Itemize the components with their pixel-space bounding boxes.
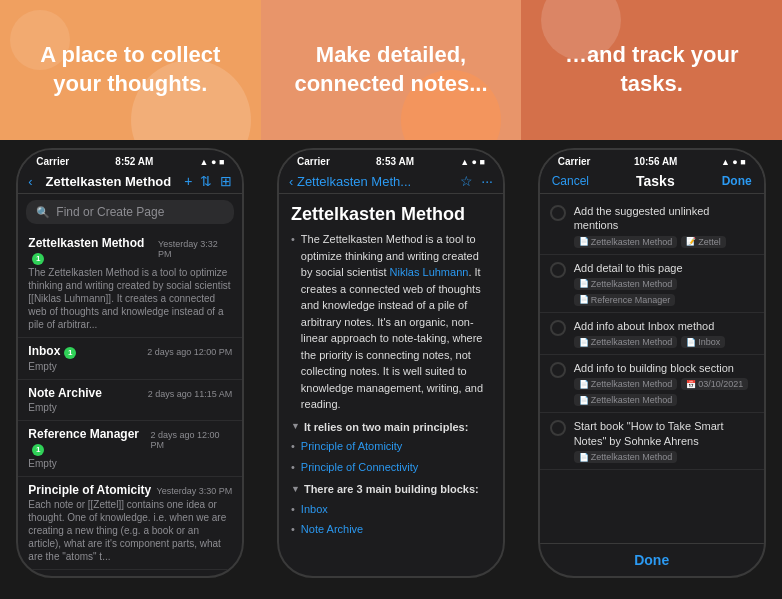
task-tag: 📄Inbox <box>681 336 725 348</box>
task-tags: 📄Zettelkasten Method📝Zettel <box>574 236 754 248</box>
badge: 1 <box>32 444 44 456</box>
done-button-bottom[interactable]: Done <box>634 552 669 568</box>
note-title: Note Archive <box>28 386 102 400</box>
niklas-link[interactable]: Niklas Luhmann <box>390 266 469 278</box>
done-button-top[interactable]: Done <box>722 174 752 188</box>
task-item[interactable]: Add detail to this page 📄Zettelkasten Me… <box>540 255 764 313</box>
note-detail-header: ‹ Zettelkasten Meth... ☆ ··· <box>279 169 503 194</box>
task-checkbox[interactable] <box>550 320 566 336</box>
task-checkbox[interactable] <box>550 362 566 378</box>
note-date: 2 days ago 12:00 PM <box>150 430 232 450</box>
carrier-3: Carrier <box>558 156 591 167</box>
back-button-2[interactable]: ‹ Zettelkasten Meth... <box>289 174 411 189</box>
back-label-2: ‹ Zettelkasten Meth... <box>289 174 411 189</box>
task-text: Add info to building block section <box>574 361 754 375</box>
banner-section-1: A place to collect your thoughts. <box>0 0 261 140</box>
status-bar-1: Carrier 8:52 AM ▲ ● ■ <box>18 150 242 169</box>
badge: 1 <box>32 253 44 265</box>
note-title: Zettelkasten Method1 <box>28 236 158 265</box>
task-item[interactable]: Start book "How to Take Smart Notes" by … <box>540 413 764 470</box>
task-tag: 📄Zettelkasten Method <box>574 236 678 248</box>
inbox-link-item: Inbox <box>291 501 491 518</box>
tasks-footer: Done <box>540 543 764 576</box>
task-tags: 📄Zettelkasten Method📄Inbox <box>574 336 754 348</box>
tag-icon: 📄 <box>579 453 589 462</box>
task-text: Add info about Inbox method <box>574 319 754 333</box>
banner-section-2: Make detailed, connected notes... <box>261 0 522 140</box>
tag-icon: 📄 <box>579 338 589 347</box>
task-tag: 📝Zettel <box>681 236 726 248</box>
banner-section-3: …and track your tasks. <box>521 0 782 140</box>
note-date: Yesterday 3:32 PM <box>158 239 232 259</box>
chevron-icon-1: ▼ <box>291 420 300 434</box>
note-item[interactable]: Principle of Atomicity Yesterday 3:30 PM… <box>18 477 242 570</box>
phones-container: Carrier 8:52 AM ▲ ● ■ ‹ Zettelkasten Met… <box>0 140 782 599</box>
phone-1: Carrier 8:52 AM ▲ ● ■ ‹ Zettelkasten Met… <box>16 148 244 578</box>
note-item[interactable]: Inbox1 2 days ago 12:00 PM Empty <box>18 338 242 380</box>
task-text: Start book "How to Take Smart Notes" by … <box>574 419 754 448</box>
nav-actions-2: ☆ ··· <box>460 173 493 189</box>
task-content: Add the suggested unlinked mentions 📄Zet… <box>574 204 754 248</box>
tasks-nav: Cancel Tasks Done <box>540 169 764 194</box>
banner-text-3: …and track your tasks. <box>521 41 782 98</box>
task-checkbox[interactable] <box>550 205 566 221</box>
chevron-icon-2: ▼ <box>291 483 300 497</box>
task-tags: 📄Zettelkasten Method📅03/10/2021📄Zettelka… <box>574 378 754 406</box>
task-text: Add the suggested unlinked mentions <box>574 204 754 233</box>
note-preview: The Zettelkasten Method is a tool to opt… <box>28 266 232 331</box>
task-item[interactable]: Add info about Inbox method 📄Zettelkaste… <box>540 313 764 355</box>
search-placeholder-1: Find or Create Page <box>56 205 164 219</box>
section-header-1: ▼ It relies on two main principles: <box>291 419 491 436</box>
note-item[interactable]: Reference Manager1 2 days ago 12:00 PM E… <box>18 421 242 477</box>
time-2: 8:53 AM <box>376 156 414 167</box>
principle-connectivity: Principle of Connectivity <box>291 459 491 476</box>
task-item[interactable]: Add the suggested unlinked mentions 📄Zet… <box>540 198 764 255</box>
tag-icon: 📄 <box>579 279 589 288</box>
task-checkbox[interactable] <box>550 420 566 436</box>
task-item[interactable]: Add info to building block section 📄Zett… <box>540 355 764 413</box>
task-checkbox[interactable] <box>550 262 566 278</box>
tag-icon: 📅 <box>686 380 696 389</box>
status-bar-3: Carrier 10:56 AM ▲ ● ■ <box>540 150 764 169</box>
tag-icon: 📄 <box>579 396 589 405</box>
task-content: Add info to building block section 📄Zett… <box>574 361 754 406</box>
task-tag: 📄Zettelkasten Method <box>574 378 678 390</box>
cancel-button[interactable]: Cancel <box>552 174 589 188</box>
phone-3-wrapper: Carrier 10:56 AM ▲ ● ■ Cancel Tasks Done… <box>521 140 782 599</box>
note-body: The Zettelkasten Method is a tool to opt… <box>279 231 503 576</box>
battery-1: ▲ ● ■ <box>200 157 225 167</box>
note-title: Principle of Atomicity <box>28 483 151 497</box>
note-archive-link[interactable]: Note Archive <box>301 521 363 538</box>
nav-actions-1: + ⇅ ⊞ <box>184 173 232 189</box>
star-icon[interactable]: ☆ <box>460 173 473 189</box>
note-title-large: Zettelkasten Method <box>279 194 503 231</box>
search-bar-1[interactable]: 🔍 Find or Create Page <box>26 200 234 224</box>
time-1: 8:52 AM <box>115 156 153 167</box>
grid-icon-1[interactable]: ⊞ <box>220 173 232 189</box>
carrier-2: Carrier <box>297 156 330 167</box>
task-tag: 📄Reference Manager <box>574 294 676 306</box>
note-item[interactable]: Note Archive 2 days ago 11:15 AM Empty <box>18 380 242 421</box>
note-title: Inbox1 <box>28 344 76 359</box>
note-archive-item: Note Archive <box>291 521 491 538</box>
task-tags: 📄Zettelkasten Method <box>574 451 754 463</box>
tag-icon: 📄 <box>579 295 589 304</box>
note-preview: Empty <box>28 401 232 414</box>
note-item[interactable]: Zettelkasten Method1 Yesterday 3:32 PM T… <box>18 230 242 338</box>
sort-icon-1[interactable]: ⇅ <box>200 173 212 189</box>
phone-2: Carrier 8:53 AM ▲ ● ■ ‹ Zettelkasten Met… <box>277 148 505 578</box>
add-icon-1[interactable]: + <box>184 173 192 189</box>
inbox-link[interactable]: Inbox <box>301 501 328 518</box>
note-item[interactable]: Principle of Connectivity Yesterday 3:29… <box>18 570 242 576</box>
banner-text-1: A place to collect your thoughts. <box>0 41 261 98</box>
more-icon[interactable]: ··· <box>481 173 493 189</box>
connectivity-link[interactable]: Principle of Connectivity <box>301 459 418 476</box>
section-header-2: ▼ There are 3 main building blocks: <box>291 481 491 498</box>
task-text: Add detail to this page <box>574 261 754 275</box>
task-tags: 📄Zettelkasten Method📄Reference Manager <box>574 278 754 306</box>
tag-icon: 📄 <box>579 380 589 389</box>
top-banner: A place to collect your thoughts. Make d… <box>0 0 782 140</box>
phone-1-wrapper: Carrier 8:52 AM ▲ ● ■ ‹ Zettelkasten Met… <box>0 140 261 599</box>
atomicity-link[interactable]: Principle of Atomicity <box>301 438 402 455</box>
badge: 1 <box>64 347 76 359</box>
